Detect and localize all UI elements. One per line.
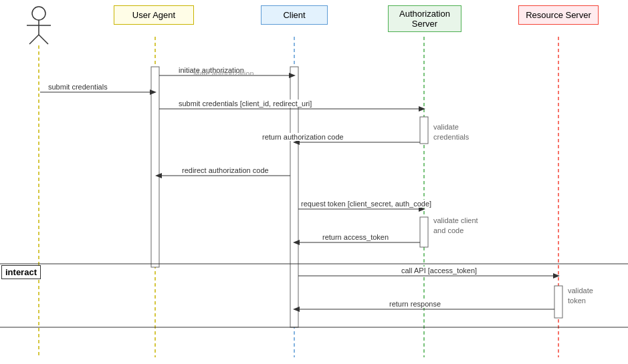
svg-marker-16 bbox=[150, 89, 156, 95]
user-agent-label: User Agent bbox=[132, 10, 175, 20]
msg9-label: return response bbox=[388, 300, 442, 308]
msg1-label: submit credentials bbox=[47, 83, 109, 91]
svg-rect-13 bbox=[420, 217, 428, 247]
lifeline-client: Client bbox=[261, 5, 328, 25]
svg-rect-14 bbox=[554, 286, 562, 318]
sequence-diagram: User Agent Client AuthorizationServer Re… bbox=[0, 0, 628, 364]
msg2-label: initiate authorization bbox=[177, 66, 245, 74]
client-label: Client bbox=[283, 10, 305, 20]
svg-marker-20 bbox=[419, 106, 425, 112]
resource-server-label: Resource Server bbox=[526, 10, 591, 20]
interact-label: interact bbox=[5, 267, 37, 277]
lifeline-user-agent: User Agent bbox=[114, 5, 194, 25]
msg4-label: return authorization code bbox=[261, 133, 345, 141]
svg-line-4 bbox=[39, 35, 48, 44]
msg6-label: request token [client_secret, auth_code] bbox=[300, 200, 433, 208]
svg-point-0 bbox=[32, 7, 45, 20]
msg3-label: submit credentials [client_id, redirect_… bbox=[177, 100, 313, 108]
lifeline-auth-server: AuthorizationServer bbox=[388, 5, 461, 32]
note-validate-token: validatetoken bbox=[568, 286, 593, 307]
msg5-label: redirect authorization code bbox=[181, 166, 270, 174]
note-validate-credentials: validatecredentials bbox=[433, 122, 469, 143]
svg-marker-30 bbox=[553, 273, 560, 279]
lifeline-resource-server: Resource Server bbox=[518, 5, 599, 25]
arrows-layer bbox=[0, 0, 628, 364]
svg-marker-24 bbox=[155, 173, 162, 178]
svg-line-3 bbox=[29, 35, 39, 44]
svg-rect-12 bbox=[420, 117, 428, 144]
interact-region-label: interact bbox=[1, 265, 41, 279]
svg-marker-28 bbox=[293, 240, 300, 245]
auth-server-label: AuthorizationServer bbox=[399, 9, 450, 29]
msg7-label: return access_token bbox=[321, 233, 390, 241]
svg-marker-18 bbox=[289, 73, 296, 78]
svg-marker-32 bbox=[293, 307, 300, 312]
msg8-label: call API [access_token] bbox=[400, 266, 478, 275]
note-validate-client: validate clientand code bbox=[433, 216, 478, 236]
svg-rect-10 bbox=[151, 67, 159, 267]
